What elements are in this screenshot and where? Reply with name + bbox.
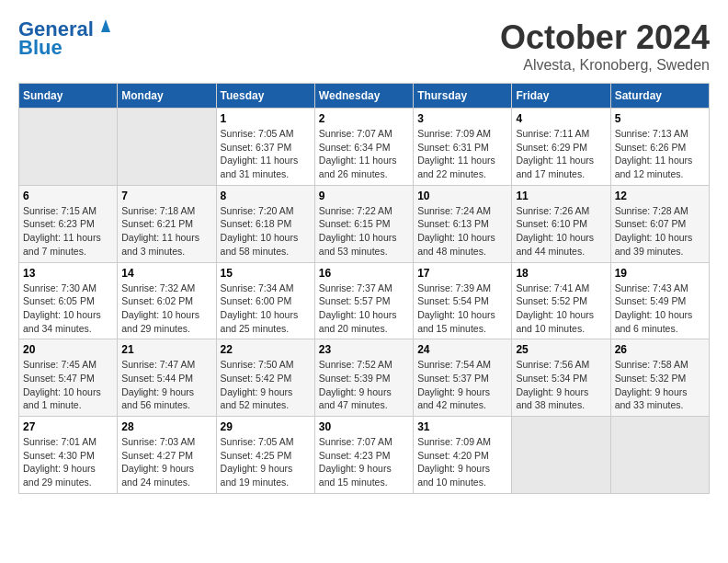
- day-number: 11: [516, 190, 606, 202]
- page-header: General Blue October 2024 Alvesta, Krono…: [18, 18, 710, 74]
- calendar-week-row: 20 Sunrise: 7:45 AM Sunset: 5:47 PM Dayl…: [19, 339, 710, 417]
- day-info: Sunrise: 7:24 AM Sunset: 6:13 PM Dayligh…: [417, 204, 507, 259]
- day-info: Sunrise: 7:50 AM Sunset: 5:42 PM Dayligh…: [221, 358, 311, 412]
- calendar-cell: 21 Sunrise: 7:47 AM Sunset: 5:44 PM Dayl…: [118, 339, 216, 417]
- day-number: 3: [417, 112, 507, 125]
- calendar-cell: 25 Sunrise: 7:56 AM Sunset: 5:34 PM Dayl…: [512, 339, 610, 417]
- calendar-cell: 31 Sunrise: 7:09 AM Sunset: 4:20 PM Dayl…: [414, 417, 512, 494]
- day-info: Sunrise: 7:37 AM Sunset: 5:57 PM Dayligh…: [319, 282, 409, 336]
- day-number: 25: [516, 343, 606, 356]
- calendar-cell: 11 Sunrise: 7:26 AM Sunset: 6:10 PM Dayl…: [512, 185, 610, 262]
- day-number: 16: [319, 267, 409, 280]
- calendar-cell: 3 Sunrise: 7:09 AM Sunset: 6:31 PM Dayli…: [414, 109, 512, 186]
- day-info: Sunrise: 7:54 AM Sunset: 5:37 PM Dayligh…: [417, 358, 507, 412]
- calendar-cell: 6 Sunrise: 7:15 AM Sunset: 6:23 PM Dayli…: [19, 185, 118, 262]
- day-info: Sunrise: 7:22 AM Sunset: 6:15 PM Dayligh…: [319, 204, 409, 259]
- calendar-cell: 20 Sunrise: 7:45 AM Sunset: 5:47 PM Dayl…: [19, 339, 118, 417]
- calendar-cell: 18 Sunrise: 7:41 AM Sunset: 5:52 PM Dayl…: [512, 262, 610, 339]
- day-number: 31: [417, 420, 507, 433]
- day-number: 4: [516, 112, 606, 125]
- calendar-cell: 28 Sunrise: 7:03 AM Sunset: 4:27 PM Dayl…: [118, 417, 216, 494]
- calendar-cell: 2 Sunrise: 7:07 AM Sunset: 6:34 PM Dayli…: [314, 109, 413, 186]
- day-number: 8: [221, 190, 311, 202]
- calendar-cell: [512, 417, 610, 494]
- day-number: 22: [221, 343, 311, 356]
- calendar-cell: 24 Sunrise: 7:54 AM Sunset: 5:37 PM Dayl…: [414, 339, 512, 417]
- day-info: Sunrise: 7:15 AM Sunset: 6:23 PM Dayligh…: [23, 204, 113, 259]
- weekday-header: Saturday: [610, 84, 709, 109]
- day-info: Sunrise: 7:07 AM Sunset: 4:23 PM Dayligh…: [319, 435, 409, 489]
- day-number: 14: [121, 267, 211, 280]
- calendar-cell: 1 Sunrise: 7:05 AM Sunset: 6:37 PM Dayli…: [216, 109, 314, 186]
- weekday-header-row: SundayMondayTuesdayWednesdayThursdayFrid…: [19, 84, 710, 109]
- svg-marker-0: [101, 19, 110, 32]
- day-number: 23: [319, 343, 409, 356]
- day-info: Sunrise: 7:05 AM Sunset: 4:25 PM Dayligh…: [221, 435, 311, 489]
- calendar-cell: [118, 109, 216, 186]
- day-number: 20: [23, 343, 113, 356]
- day-number: 9: [319, 190, 409, 202]
- day-number: 5: [615, 112, 705, 125]
- calendar-cell: 12 Sunrise: 7:28 AM Sunset: 6:07 PM Dayl…: [610, 185, 709, 262]
- logo-blue-text: Blue: [18, 37, 116, 59]
- day-number: 7: [121, 190, 211, 202]
- calendar-cell: 16 Sunrise: 7:37 AM Sunset: 5:57 PM Dayl…: [314, 262, 413, 339]
- day-number: 18: [516, 267, 606, 280]
- day-number: 30: [319, 420, 409, 433]
- day-number: 15: [221, 267, 311, 280]
- calendar-cell: 7 Sunrise: 7:18 AM Sunset: 6:21 PM Dayli…: [118, 185, 216, 262]
- calendar-cell: 29 Sunrise: 7:05 AM Sunset: 4:25 PM Dayl…: [216, 417, 314, 494]
- calendar-cell: 19 Sunrise: 7:43 AM Sunset: 5:49 PM Dayl…: [610, 262, 709, 339]
- day-number: 26: [615, 343, 705, 356]
- day-info: Sunrise: 7:03 AM Sunset: 4:27 PM Dayligh…: [121, 435, 211, 489]
- month-title: October 2024: [500, 18, 710, 57]
- day-info: Sunrise: 7:01 AM Sunset: 4:30 PM Dayligh…: [23, 435, 113, 489]
- weekday-header: Tuesday: [216, 84, 314, 109]
- weekday-header: Sunday: [19, 84, 118, 109]
- calendar-cell: 5 Sunrise: 7:13 AM Sunset: 6:26 PM Dayli…: [610, 109, 709, 186]
- day-number: 1: [221, 112, 311, 125]
- day-info: Sunrise: 7:52 AM Sunset: 5:39 PM Dayligh…: [319, 358, 409, 412]
- calendar-cell: 22 Sunrise: 7:50 AM Sunset: 5:42 PM Dayl…: [216, 339, 314, 417]
- calendar-cell: 17 Sunrise: 7:39 AM Sunset: 5:54 PM Dayl…: [414, 262, 512, 339]
- calendar-cell: 15 Sunrise: 7:34 AM Sunset: 6:00 PM Dayl…: [216, 262, 314, 339]
- calendar-week-row: 27 Sunrise: 7:01 AM Sunset: 4:30 PM Dayl…: [19, 417, 710, 494]
- day-info: Sunrise: 7:28 AM Sunset: 6:07 PM Dayligh…: [615, 204, 705, 259]
- day-number: 27: [23, 420, 113, 433]
- day-info: Sunrise: 7:26 AM Sunset: 6:10 PM Dayligh…: [516, 204, 606, 259]
- day-info: Sunrise: 7:11 AM Sunset: 6:29 PM Dayligh…: [516, 127, 606, 181]
- title-section: October 2024 Alvesta, Kronoberg, Sweden: [500, 18, 710, 74]
- day-number: 28: [121, 420, 211, 433]
- day-number: 19: [615, 267, 705, 280]
- calendar-cell: [610, 417, 709, 494]
- day-info: Sunrise: 7:32 AM Sunset: 6:02 PM Dayligh…: [121, 282, 211, 336]
- day-info: Sunrise: 7:09 AM Sunset: 4:20 PM Dayligh…: [417, 435, 507, 489]
- day-info: Sunrise: 7:13 AM Sunset: 6:26 PM Dayligh…: [615, 127, 705, 181]
- calendar-cell: 10 Sunrise: 7:24 AM Sunset: 6:13 PM Dayl…: [414, 185, 512, 262]
- day-info: Sunrise: 7:41 AM Sunset: 5:52 PM Dayligh…: [516, 282, 606, 336]
- weekday-header: Friday: [512, 84, 610, 109]
- calendar-cell: 26 Sunrise: 7:58 AM Sunset: 5:32 PM Dayl…: [610, 339, 709, 417]
- calendar-cell: 4 Sunrise: 7:11 AM Sunset: 6:29 PM Dayli…: [512, 109, 610, 186]
- day-info: Sunrise: 7:43 AM Sunset: 5:49 PM Dayligh…: [615, 282, 705, 336]
- calendar-table: SundayMondayTuesdayWednesdayThursdayFrid…: [18, 83, 710, 494]
- calendar-cell: [19, 109, 118, 186]
- day-number: 12: [615, 190, 705, 202]
- calendar-cell: 9 Sunrise: 7:22 AM Sunset: 6:15 PM Dayli…: [314, 185, 413, 262]
- calendar-cell: 14 Sunrise: 7:32 AM Sunset: 6:02 PM Dayl…: [118, 262, 216, 339]
- day-info: Sunrise: 7:30 AM Sunset: 6:05 PM Dayligh…: [23, 282, 113, 336]
- calendar-week-row: 13 Sunrise: 7:30 AM Sunset: 6:05 PM Dayl…: [19, 262, 710, 339]
- day-number: 6: [23, 190, 113, 202]
- day-info: Sunrise: 7:05 AM Sunset: 6:37 PM Dayligh…: [221, 127, 311, 181]
- weekday-header: Monday: [118, 84, 216, 109]
- day-number: 13: [23, 267, 113, 280]
- calendar-cell: 23 Sunrise: 7:52 AM Sunset: 5:39 PM Dayl…: [314, 339, 413, 417]
- calendar-cell: 13 Sunrise: 7:30 AM Sunset: 6:05 PM Dayl…: [19, 262, 118, 339]
- location: Alvesta, Kronoberg, Sweden: [500, 57, 710, 74]
- calendar-cell: 8 Sunrise: 7:20 AM Sunset: 6:18 PM Dayli…: [216, 185, 314, 262]
- calendar-cell: 27 Sunrise: 7:01 AM Sunset: 4:30 PM Dayl…: [19, 417, 118, 494]
- day-info: Sunrise: 7:56 AM Sunset: 5:34 PM Dayligh…: [516, 358, 606, 412]
- logo-icon: [96, 16, 116, 36]
- day-number: 24: [417, 343, 507, 356]
- calendar-cell: 30 Sunrise: 7:07 AM Sunset: 4:23 PM Dayl…: [314, 417, 413, 494]
